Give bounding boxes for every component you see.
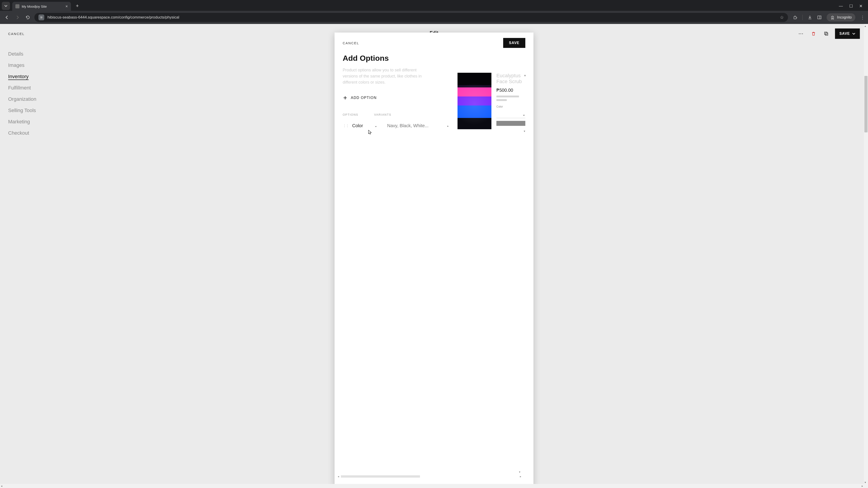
browser-menu-button[interactable]: ⋮ <box>860 15 865 20</box>
scroll-right-button[interactable]: ▸ <box>862 484 863 488</box>
window-controls: — ☐ ✕ <box>839 4 866 11</box>
page-cancel-button[interactable]: CANCEL <box>8 32 25 36</box>
reload-button[interactable] <box>24 13 32 21</box>
browser-tab[interactable]: My Moodjoy Site × <box>12 2 71 11</box>
maximize-button[interactable]: ☐ <box>849 4 853 8</box>
preview-meta: Eucalyptus Face Scrub ▴ ₱500.00 Color ⌄ … <box>496 73 525 484</box>
viewport-hscroll[interactable]: ◂ ▸ <box>0 484 864 488</box>
row-scroll-up[interactable]: ▴ <box>447 124 448 127</box>
svg-rect-5 <box>825 32 827 35</box>
sidebar-item-organization[interactable]: Organization <box>8 96 36 102</box>
add-option-button[interactable]: ADD OPTION <box>343 95 448 100</box>
trash-icon <box>811 31 816 36</box>
page-actions: ⋯ SAVE <box>797 29 860 39</box>
add-option-label: ADD OPTION <box>351 96 377 100</box>
preview-name-text: Eucalyptus Face Scrub <box>496 73 522 84</box>
preview-color-select[interactable]: ⌄ <box>496 111 525 118</box>
panel-icon <box>817 15 822 20</box>
favicon-icon <box>16 4 20 8</box>
modal-save-label: SAVE <box>509 41 520 45</box>
arrow-up-icon: ▴ <box>524 73 526 77</box>
sidebar-item-details[interactable]: Details <box>8 51 36 57</box>
more-button[interactable]: ⋯ <box>797 30 805 37</box>
page-save-button[interactable]: SAVE <box>835 29 860 39</box>
url-text: hibiscus-seabass-6444.squarespace.com/co… <box>48 15 777 20</box>
modal-header: CANCEL SAVE <box>335 33 533 50</box>
tab-title: My Moodjoy Site <box>22 4 47 8</box>
tab-search-button[interactable] <box>2 2 10 10</box>
svg-point-2 <box>41 18 41 18</box>
chevron-down-icon: ⌄ <box>374 124 377 128</box>
extensions-button[interactable] <box>793 15 798 20</box>
toolbar-icons: Incognito ⋮ <box>791 13 865 22</box>
modal-save-button[interactable]: SAVE <box>503 38 525 48</box>
drag-handle[interactable]: ⋮⋮ <box>343 124 348 128</box>
close-tab-button[interactable]: × <box>65 4 68 9</box>
close-window-button[interactable]: ✕ <box>859 4 863 8</box>
scroll-right-button[interactable]: ▸ <box>518 475 521 478</box>
scroll-left-button[interactable]: ◂ <box>338 475 341 478</box>
sidebar-item-images[interactable]: Images <box>8 62 36 68</box>
scroll-down-hint: ▾ <box>519 470 520 474</box>
modal-hscroll[interactable]: ◂ ▸ <box>338 475 521 478</box>
incognito-chip[interactable]: Incognito <box>827 13 855 22</box>
chevron-down-icon <box>4 4 7 7</box>
scroll-thumb[interactable] <box>341 475 420 478</box>
svg-rect-3 <box>818 16 821 19</box>
modal-body: Add Options Product options allow you to… <box>335 50 533 488</box>
scroll-left-button[interactable]: ◂ <box>1 484 2 488</box>
preview-price: ₱500.00 <box>496 88 525 93</box>
browser-toolbar: hibiscus-seabass-6444.squarespace.com/co… <box>0 11 868 24</box>
modal-title: Add Options <box>343 54 448 63</box>
new-tab-button[interactable]: + <box>74 2 81 9</box>
sidebar-item-marketing[interactable]: Marketing <box>8 119 36 125</box>
svg-point-0 <box>41 17 41 17</box>
scroll-up-button[interactable]: ▴ <box>865 24 866 28</box>
tab-strip: My Moodjoy Site × + — ☐ ✕ <box>0 0 868 11</box>
sidebar-item-selling-tools[interactable]: Selling Tools <box>8 107 36 113</box>
tune-icon <box>40 16 43 19</box>
add-options-modal: CANCEL SAVE Add Options Product options … <box>335 33 533 488</box>
option-type-select[interactable]: Color ⌄ <box>352 123 377 128</box>
incognito-label: Incognito <box>837 15 852 20</box>
back-button[interactable] <box>3 13 11 21</box>
option-type-value: Color <box>352 123 363 128</box>
scroll-track[interactable] <box>341 475 518 478</box>
option-row: ⋮⋮ Color ⌄ ▴ <box>343 123 448 128</box>
modal-cancel-button[interactable]: CANCEL <box>343 41 359 45</box>
col-variants: VARIANTS <box>374 113 391 116</box>
preview-color-label: Color <box>496 105 525 108</box>
minimize-button[interactable]: — <box>839 4 843 8</box>
viewport-vscroll[interactable]: ▴ ▾ <box>864 24 868 488</box>
scroll-down-button[interactable]: ▾ <box>865 481 866 484</box>
site-info-button[interactable] <box>38 14 44 20</box>
incognito-icon <box>830 15 835 20</box>
options-form: Add Options Product options allow you to… <box>343 53 448 484</box>
browser-window: My Moodjoy Site × + — ☐ ✕ hibiscus-seaba… <box>0 0 868 488</box>
download-icon <box>808 15 812 20</box>
variants-input[interactable] <box>387 123 437 128</box>
chevron-down-icon: ⌄ <box>522 112 525 117</box>
chevron-down-icon <box>852 32 855 35</box>
sidepanel-button[interactable] <box>817 15 822 20</box>
arrow-left-icon <box>4 15 9 20</box>
forward-button[interactable] <box>13 13 21 21</box>
sidebar-item-fulfillment[interactable]: Fulfillment <box>8 85 36 91</box>
product-preview: Eucalyptus Face Scrub ▴ ₱500.00 Color ⌄ … <box>458 73 525 484</box>
delete-button[interactable] <box>810 30 817 37</box>
copy-icon <box>824 31 829 36</box>
downloads-button[interactable] <box>808 15 812 20</box>
skeleton-line <box>496 96 519 97</box>
svg-point-1 <box>41 17 42 18</box>
sidebar-item-inventory[interactable]: Inventory <box>8 74 36 79</box>
preview-name: Eucalyptus Face Scrub ▴ <box>496 73 525 85</box>
bookmark-button[interactable]: ☆ <box>780 15 784 20</box>
sidebar-item-checkout[interactable]: Checkout <box>8 130 36 136</box>
vscroll-thumb[interactable] <box>864 76 868 132</box>
preview-image <box>458 73 491 129</box>
product-sidebar: Details Images Inventory Fulfillment Org… <box>8 51 36 136</box>
duplicate-button[interactable] <box>822 30 830 37</box>
skeleton-line <box>496 99 507 101</box>
preview-add-button[interactable] <box>496 121 525 126</box>
address-bar[interactable]: hibiscus-seabass-6444.squarespace.com/co… <box>34 13 788 22</box>
